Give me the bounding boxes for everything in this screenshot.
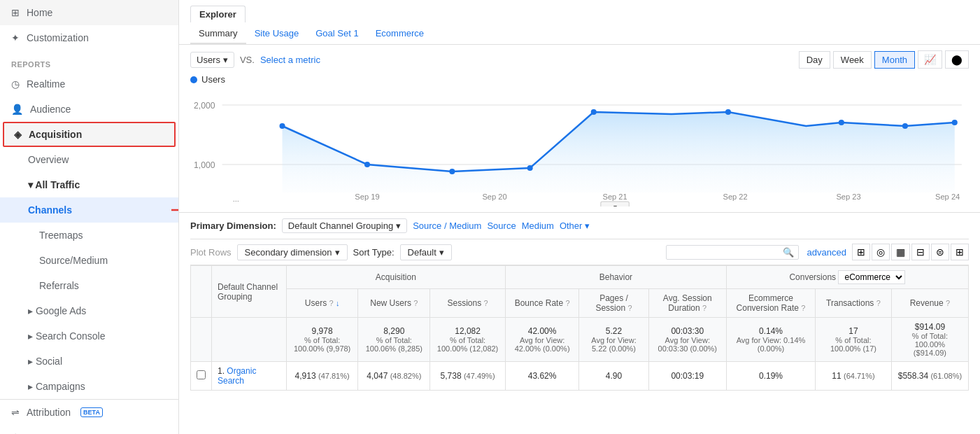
svg-point-10 bbox=[527, 165, 533, 171]
table-search-box[interactable]: 🔍 bbox=[666, 245, 799, 260]
dim-link-other[interactable]: Other ▾ bbox=[560, 220, 590, 231]
sidebar-item-treemaps[interactable]: Treemaps bbox=[0, 223, 178, 248]
avg-session-help-icon[interactable]: ? bbox=[702, 304, 706, 312]
explorer-header: Explorer Summary Site Usage Goal Set 1 E… bbox=[179, 0, 980, 45]
reports-section-label: REPORTS bbox=[0, 50, 178, 71]
time-btn-week[interactable]: Week bbox=[833, 51, 872, 69]
th-acquisition: Acquisition bbox=[286, 266, 505, 289]
line-chart-icon: 📈 bbox=[924, 54, 936, 65]
line-chart-btn[interactable]: 📈 bbox=[918, 50, 942, 69]
sidebar-item-all-traffic[interactable]: ▾ All Traffic bbox=[0, 172, 178, 197]
svg-point-13 bbox=[839, 120, 844, 125]
red-arrow-icon bbox=[171, 203, 179, 217]
pie-chart-btn[interactable]: ⬤ bbox=[945, 50, 969, 69]
table-row: 1. Organic Search 4,913 (47.81%) 4,047 (… bbox=[191, 362, 969, 391]
sidebar-item-source-medium[interactable]: Source/Medium bbox=[0, 248, 178, 273]
th-behavior: Behavior bbox=[505, 266, 726, 289]
totals-checkbox-cell bbox=[191, 318, 212, 362]
sidebar-item-customization[interactable]: ✦ Customization bbox=[0, 25, 178, 50]
sidebar-item-acquisition[interactable]: ◈ Acquisition bbox=[3, 122, 176, 147]
data-table: Default Channel Grouping Acquisition Beh… bbox=[190, 265, 969, 391]
filter-view-btn[interactable]: ⊟ bbox=[911, 244, 930, 260]
sessions-help-icon[interactable]: ? bbox=[484, 299, 488, 307]
dim-link-source-medium[interactable]: Source / Medium bbox=[413, 220, 481, 231]
svg-point-15 bbox=[952, 120, 958, 125]
row1-transactions: 11 (64.71%) bbox=[816, 362, 892, 391]
th-pages-session: Pages / Session ? bbox=[579, 289, 648, 318]
sidebar-item-overview[interactable]: Overview bbox=[0, 147, 178, 172]
view-icons: ⊞ ◎ ▦ ⊟ ⊜ ⊞ bbox=[852, 244, 969, 260]
tab-goal-set-1[interactable]: Goal Set 1 bbox=[307, 24, 367, 44]
metric-dropdown[interactable]: Users ▾ bbox=[190, 52, 234, 68]
users-help-icon[interactable]: ? bbox=[329, 299, 333, 307]
audience-icon: 👤 bbox=[11, 104, 23, 115]
revenue-help-icon[interactable]: ? bbox=[946, 299, 950, 307]
secondary-dimension-dropdown[interactable]: Secondary dimension ▾ bbox=[237, 244, 348, 260]
pivot-view-btn[interactable]: ⊞ bbox=[951, 244, 969, 260]
sidebar-item-referrals[interactable]: Referrals bbox=[0, 273, 178, 298]
time-btn-day[interactable]: Day bbox=[799, 51, 830, 69]
sidebar-item-home[interactable]: ⊞ Home bbox=[0, 0, 178, 25]
row1-checkbox-input[interactable] bbox=[197, 370, 206, 379]
home-icon: ⊞ bbox=[11, 7, 20, 18]
sidebar-item-channels[interactable]: Channels bbox=[0, 197, 178, 223]
search-input[interactable] bbox=[671, 247, 783, 258]
dim-link-medium[interactable]: Medium bbox=[522, 220, 554, 231]
sidebar-item-social[interactable]: ▸ Social bbox=[0, 349, 178, 374]
sidebar-item-audience[interactable]: 👤 Audience bbox=[0, 97, 178, 122]
legend-dot bbox=[190, 76, 197, 83]
sidebar-item-realtime[interactable]: ◷ Realtime bbox=[0, 71, 178, 97]
ecomm-rate-help-icon[interactable]: ? bbox=[801, 304, 805, 312]
sidebar-item-google-ads[interactable]: ▸ Google Ads bbox=[0, 298, 178, 323]
sort-default-dropdown[interactable]: Default ▾ bbox=[400, 244, 452, 260]
sidebar-item-campaigns[interactable]: ▸ Campaigns bbox=[0, 374, 178, 399]
sidebar-item-settings[interactable]: ⚙ bbox=[0, 425, 178, 434]
row1-revenue: $558.34 (61.08%) bbox=[891, 362, 968, 391]
svg-text:Sep 20: Sep 20 bbox=[482, 192, 506, 201]
totals-row: 9,978 % of Total: 100.00% (9,978) 8,290 … bbox=[191, 318, 969, 362]
time-btn-month[interactable]: Month bbox=[874, 51, 915, 69]
tab-site-usage[interactable]: Site Usage bbox=[246, 24, 308, 44]
bounce-help-icon[interactable]: ? bbox=[565, 299, 569, 307]
select-metric-link[interactable]: Select a metric bbox=[260, 55, 320, 65]
totals-revenue: $914.09 % of Total: 100.00% ($914.09) bbox=[891, 318, 968, 362]
active-dimension[interactable]: Default Channel Grouping ▾ bbox=[282, 218, 407, 233]
svg-text:Sep 19: Sep 19 bbox=[355, 192, 379, 201]
th-avg-session: Avg. Session Duration ? bbox=[648, 289, 726, 318]
totals-ecomm-rate: 0.14% Avg for View: 0.14% (0.00%) bbox=[726, 318, 815, 362]
svg-text:Sep 23: Sep 23 bbox=[836, 192, 860, 201]
th-transactions: Transactions ? bbox=[816, 289, 892, 318]
column-view-btn[interactable]: ▦ bbox=[891, 244, 910, 260]
tab-summary[interactable]: Summary bbox=[190, 24, 246, 44]
row1-users: 4,913 (47.81%) bbox=[286, 362, 358, 391]
legend-label: Users bbox=[201, 74, 225, 85]
sidebar-item-attribution[interactable]: ⇌ Attribution BETA bbox=[0, 399, 178, 425]
totals-label-cell bbox=[212, 318, 287, 362]
conversions-select[interactable]: eCommerce bbox=[838, 270, 905, 284]
svg-point-9 bbox=[449, 169, 455, 174]
pie-view-btn[interactable]: ◎ bbox=[872, 244, 890, 260]
pages-help-icon[interactable]: ? bbox=[627, 304, 632, 312]
users-sort-icon[interactable]: ↓ bbox=[336, 299, 340, 307]
transactions-help-icon[interactable]: ? bbox=[876, 299, 881, 307]
new-users-help-icon[interactable]: ? bbox=[413, 299, 418, 307]
main-content: Explorer Summary Site Usage Goal Set 1 E… bbox=[179, 0, 980, 434]
compare-view-btn[interactable]: ⊜ bbox=[931, 244, 949, 260]
svg-text:2,000: 2,000 bbox=[194, 101, 215, 111]
explorer-tabs: Summary Site Usage Goal Set 1 Ecommerce bbox=[190, 24, 969, 44]
sidebar: ⊞ Home ✦ Customization REPORTS ◷ Realtim… bbox=[0, 0, 179, 434]
line-chart-svg: 2,000 1,000 bbox=[190, 88, 969, 206]
table-view-btn[interactable]: ⊞ bbox=[852, 244, 870, 260]
dim-link-source[interactable]: Source bbox=[487, 220, 516, 231]
sidebar-item-search-console[interactable]: ▸ Search Console bbox=[0, 323, 178, 349]
tab-ecommerce[interactable]: Ecommerce bbox=[367, 24, 432, 44]
svg-point-14 bbox=[902, 123, 908, 129]
sec-dim-arrow-icon: ▾ bbox=[335, 247, 340, 258]
advanced-link[interactable]: advanced bbox=[807, 247, 846, 258]
sort-arrow-icon: ▾ bbox=[439, 247, 444, 258]
th-ecomm-rate: Ecommerce Conversion Rate ? bbox=[726, 289, 815, 318]
row1-avg-session: 00:03:19 bbox=[648, 362, 726, 391]
pie-chart-icon: ⬤ bbox=[951, 54, 963, 65]
row1-checkbox[interactable] bbox=[191, 362, 212, 391]
search-icon[interactable]: 🔍 bbox=[783, 247, 794, 258]
